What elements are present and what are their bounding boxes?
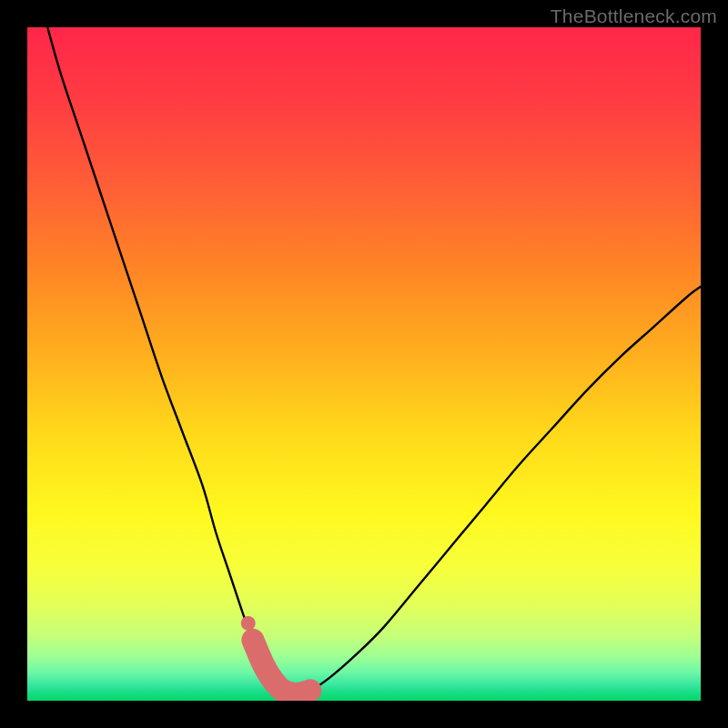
- bottleneck-curve: [27, 27, 701, 701]
- watermark-text: TheBottleneck.com: [551, 5, 717, 27]
- plot-frame: [27, 27, 701, 701]
- marker-dot: [241, 616, 256, 631]
- marker-band: [253, 640, 310, 693]
